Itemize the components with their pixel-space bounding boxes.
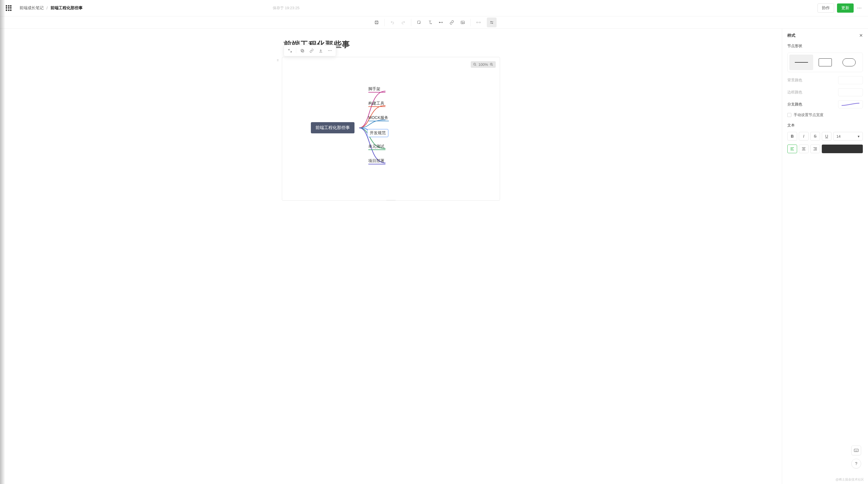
note-icon[interactable] [414,18,424,27]
doc-title-area: 前端工程化那些事 [282,39,500,50]
main-toolbar [0,16,868,29]
block-resize-handle[interactable] [386,200,396,201]
branch-color-row: 分支颜色 [787,100,863,108]
download-icon[interactable] [316,46,325,55]
text-format-row-1: B I S U 14 ▾ [787,132,863,141]
saved-time: 19:23:25 [285,6,300,10]
node-shape-picker [787,53,863,72]
toolbar-inner [370,17,498,28]
shape-option-rounded[interactable] [837,55,861,70]
text-section-label: 文本 [787,123,863,128]
shape-option-line[interactable] [789,55,813,70]
bg-color-swatch[interactable] [838,76,863,84]
toolbar-sep-2 [411,19,411,26]
font-size-value: 14 [836,134,840,139]
font-size-select[interactable]: 14 ▾ [833,132,863,141]
toolbar-group-insert [412,17,469,28]
svg-point-5 [462,22,462,22]
branch-color-swatch[interactable] [838,100,863,108]
update-button[interactable]: 更新 [837,3,854,12]
border-color-row: 边框颜色 [787,88,863,96]
node-underline [368,92,385,93]
mindmap-child-node[interactable]: 项目部署 [368,159,384,164]
text-color-swatch[interactable] [822,145,863,153]
floating-sep-1 [296,48,296,53]
keyboard-shortcuts-icon[interactable] [851,446,861,455]
svg-point-3 [439,22,440,23]
svg-rect-11 [301,49,303,52]
mindmap-block-wrap: ⠿ 100% [282,57,500,201]
border-color-label: 边框颜色 [787,90,802,95]
styles-toggle-icon[interactable] [487,18,497,27]
border-color-swatch[interactable] [838,88,863,96]
mindmap-child-node-selected[interactable]: 开发规范 [367,129,389,137]
mindmap-child-node[interactable]: 单元测试 [368,144,384,149]
breadcrumb-folder[interactable]: 前端成长笔记 [20,5,43,11]
link-icon[interactable] [447,18,457,27]
align-center-button[interactable] [799,145,809,153]
mindmap-child-label: 单元测试 [368,144,384,149]
watermark: @稀土掘金技术社区 [836,477,864,482]
manual-width-checkbox[interactable] [787,113,792,117]
text-format-row-2 [787,145,863,153]
bg-color-row: 背景颜色 [787,76,863,84]
block-link-icon[interactable] [307,46,316,55]
svg-point-2 [431,23,431,24]
collaborate-button[interactable]: 协作 [817,3,834,12]
save-icon[interactable] [372,18,381,27]
mindmap: 前端工程化那些事 脚手架 构建工具 MOCK服务 [282,57,500,200]
style-sidepanel: 样式 ✕ 节点形状 背景颜色 边框颜色 分支颜色 [782,29,868,484]
toolbar-group-break [472,17,485,28]
help-icon[interactable]: ? [851,459,861,468]
breadcrumb-sep: / [46,6,48,10]
connector-icon[interactable] [436,18,446,27]
svg-rect-14 [854,449,859,452]
unlink-icon[interactable] [474,18,484,27]
underline-button[interactable]: U [822,132,832,141]
undo-icon[interactable] [388,18,397,27]
image-icon[interactable] [458,18,468,27]
svg-rect-7 [479,22,480,23]
manual-width-checkbox-row: 手动设置节点宽度 [787,112,863,118]
mindmap-child-label: 项目部署 [368,159,384,163]
text-shape-icon[interactable] [425,18,435,27]
breadcrumb-doc[interactable]: 前端工程化那些事 [51,5,269,11]
mindmap-child-node[interactable]: 构建工具 [368,101,384,106]
toolbar-group-history [386,17,410,28]
sidepanel-header: 样式 ✕ [787,33,863,38]
bold-button[interactable]: B [787,132,797,141]
mindmap-child-node[interactable]: 脚手架 [368,86,380,92]
mindmap-child-label: 脚手架 [368,86,380,91]
chevron-down-icon: ▾ [858,134,860,139]
node-underline [368,149,385,150]
node-underline [368,164,385,165]
header-actions: 协作 更新 ⋯ [817,3,862,12]
mindmap-child-label: MOCK服务 [368,115,389,120]
svg-rect-6 [476,22,478,23]
block-more-icon[interactable]: ⋯ [326,46,334,55]
saved-prefix: 保存于 [273,6,284,10]
copy-icon[interactable] [298,46,307,55]
editor-canvas-area: 前端工程化那些事 [0,29,782,484]
breadcrumb: 前端成长笔记 / 前端工程化那些事 [20,5,269,11]
mindmap-canvas[interactable]: 100% [282,57,500,201]
mindmap-child-node[interactable]: MOCK服务 [368,115,389,120]
block-drag-handle-icon[interactable]: ⠿ [277,59,278,62]
strike-button[interactable]: S [810,132,820,141]
svg-rect-10 [302,50,304,52]
branch-color-label: 分支颜色 [787,102,802,107]
apps-grid-icon[interactable] [6,5,11,11]
svg-point-9 [492,23,493,24]
align-right-button[interactable] [810,145,820,153]
more-menu-icon[interactable]: ⋯ [857,4,862,12]
italic-button[interactable]: I [799,132,809,141]
close-icon[interactable]: ✕ [859,33,863,38]
main-area: 前端工程化那些事 [0,29,868,484]
expand-icon[interactable] [286,46,294,55]
align-left-button[interactable] [787,145,797,153]
block-floating-toolbar: ⋯ [284,45,336,56]
redo-icon[interactable] [398,18,408,27]
shape-option-rect[interactable] [813,55,837,70]
mindmap-child-label: 构建工具 [368,101,384,106]
mindmap-root-node[interactable]: 前端工程化那些事 [311,122,354,133]
